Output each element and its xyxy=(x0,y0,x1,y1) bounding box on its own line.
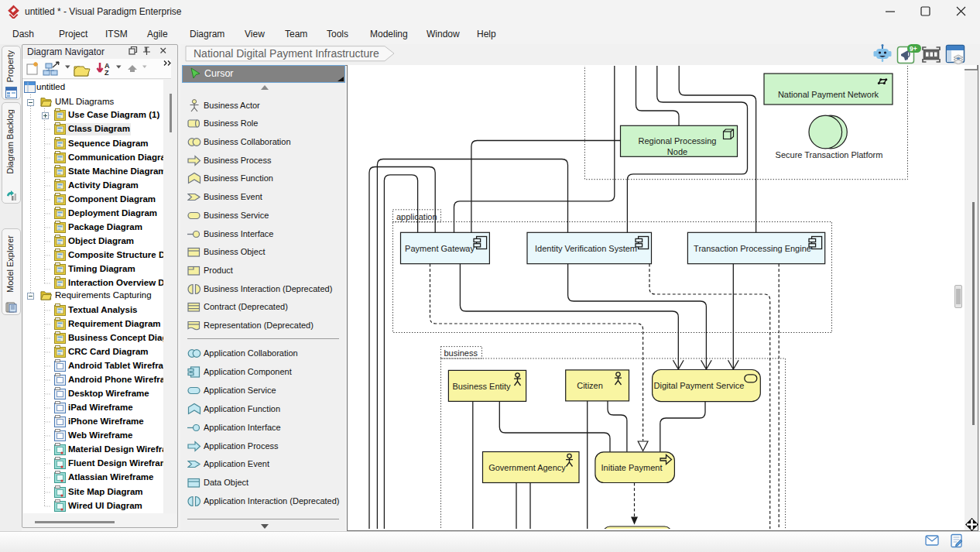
svg-text:Secure Transaction Platform: Secure Transaction Platform xyxy=(776,150,883,159)
svg-text:Business Entity: Business Entity xyxy=(452,382,511,391)
svg-text:Regional Processing: Regional Processing xyxy=(639,136,717,146)
svg-text:National Payment Network: National Payment Network xyxy=(778,90,879,99)
svg-text:Identity Verification System: Identity Verification System xyxy=(535,244,637,253)
svg-text:9+: 9+ xyxy=(910,45,917,53)
svg-text:Government Agency: Government Agency xyxy=(488,463,566,472)
svg-text:National Digital Payment Infra: National Digital Payment Infrastructure xyxy=(194,46,379,59)
svg-text:Node: Node xyxy=(667,147,687,156)
svg-text:Digital Payment Service: Digital Payment Service xyxy=(654,381,745,390)
svg-text:Z: Z xyxy=(105,69,109,77)
svg-text:Initiate Payment: Initiate Payment xyxy=(601,463,663,472)
svg-text:Payment Gateway: Payment Gateway xyxy=(405,244,475,253)
svg-text:business: business xyxy=(444,348,478,358)
svg-text:application: application xyxy=(396,212,437,221)
svg-text:Transaction Processing Engine: Transaction Processing Engine xyxy=(694,244,811,253)
svg-text:Citizen: Citizen xyxy=(577,381,603,390)
